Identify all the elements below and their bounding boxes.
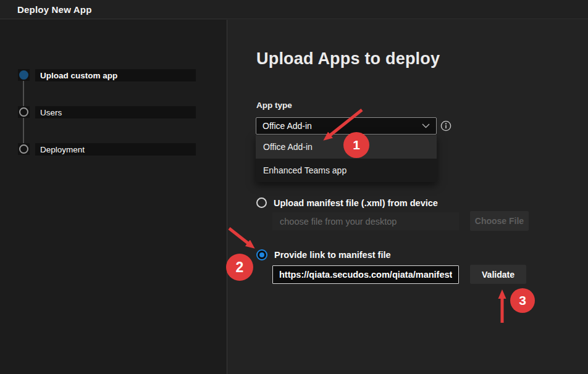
- dropdown-option-office-add-in[interactable]: Office Add-in: [256, 135, 437, 159]
- app-type-dropdown-list: Office Add-in Enhanced Teams app: [256, 135, 437, 182]
- info-icon[interactable]: [440, 120, 452, 131]
- app-type-selected-value: Office Add-in: [262, 121, 422, 131]
- radio-provide-link-to-manifest[interactable]: Provide link to manifest file: [256, 249, 391, 260]
- section-title: Upload Apps to deploy: [256, 49, 440, 69]
- wizard-stepper-sidebar: Upload custom app Users Deployment: [0, 20, 227, 374]
- radio-selected-icon[interactable]: [256, 249, 267, 260]
- step-indicator-upload-custom-app: [18, 69, 30, 81]
- radio-label: Provide link to manifest file: [274, 250, 391, 260]
- app-type-select[interactable]: Office Add-in: [256, 117, 437, 135]
- choose-file-button[interactable]: Choose File: [470, 211, 529, 231]
- chevron-down-icon: [422, 123, 430, 128]
- annotation-badge-3: 3: [510, 288, 535, 313]
- step-circle-pending-icon: [19, 144, 28, 154]
- window-header: Deploy New App: [0, 0, 588, 19]
- sidebar-item-users[interactable]: Users: [35, 106, 196, 118]
- arrow-2-icon: [229, 228, 250, 244]
- step-label: Upload custom app: [40, 71, 117, 80]
- step-label: Deployment: [40, 145, 85, 154]
- page-title: Deploy New App: [17, 4, 92, 15]
- sidebar-item-upload-custom-app[interactable]: Upload custom app: [35, 69, 196, 81]
- sidebar-item-deployment[interactable]: Deployment: [35, 143, 196, 156]
- step-circle-pending-icon: [19, 107, 28, 117]
- radio-label: Upload manifest file (.xml) from device: [274, 198, 438, 208]
- validate-button[interactable]: Validate: [470, 265, 526, 284]
- radio-upload-manifest-from-device[interactable]: Upload manifest file (.xml) from device: [256, 197, 438, 208]
- deploy-new-app-window: Deploy New App Upload custom app Users D…: [0, 0, 588, 374]
- dropdown-option-enhanced-teams-app[interactable]: Enhanced Teams app: [256, 159, 437, 182]
- step-indicator-deployment: [18, 143, 30, 155]
- file-path-input[interactable]: [272, 212, 459, 230]
- step-indicator-users: [18, 106, 30, 118]
- radio-unselected-icon[interactable]: [256, 197, 267, 208]
- manifest-url-input[interactable]: [272, 265, 459, 284]
- app-type-label: App type: [256, 101, 292, 110]
- step-label: Users: [40, 108, 62, 117]
- step-circle-active-icon: [19, 70, 28, 80]
- annotation-badge-2: 2: [226, 254, 253, 281]
